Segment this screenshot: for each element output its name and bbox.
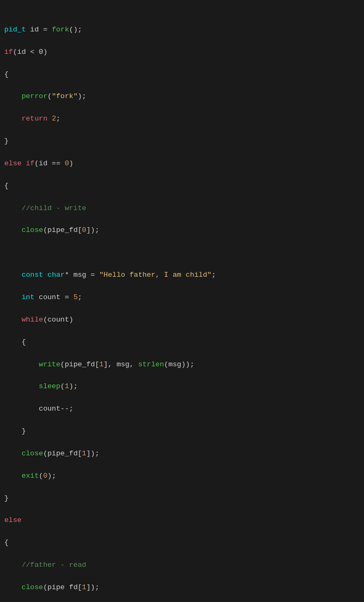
code-line: pid_t id = fork(); [0, 25, 364, 36]
code-line: //father - read [0, 560, 364, 571]
code-line: exit(0); [0, 471, 364, 482]
code-line: close(pipe_fd[1]); [0, 448, 364, 460]
code-line: close(pipe fd[1]); [0, 582, 364, 593]
code-line: return 2; [0, 114, 364, 125]
code-line: { [0, 337, 364, 348]
code-line: else [0, 515, 364, 526]
code-line: { [0, 69, 364, 81]
code-line: } [0, 136, 364, 147]
code-editor: pid_t id = fork(); if(id < 0) { perror("… [0, 0, 364, 602]
code-line: else if(id == 0) [0, 158, 364, 170]
code-line: if(id < 0) [0, 47, 364, 58]
code-line [0, 247, 364, 259]
code-line: close(pipe_fd[0]); [0, 225, 364, 236]
code-line: } [0, 493, 364, 504]
code-line: //child - write [0, 203, 364, 214]
code-line: perror("fork"); [0, 91, 364, 102]
code-line: sleep(1); [0, 381, 364, 392]
code-line: const char* msg = "Hello father, I am ch… [0, 270, 364, 281]
code-line: { [0, 181, 364, 192]
code-line: } [0, 426, 364, 437]
code-line: write(pipe_fd[1], msg, strlen(msg)); [0, 359, 364, 371]
code-line: int count = 5; [0, 292, 364, 303]
code-line: { [0, 537, 364, 549]
code-line: while(count) [0, 315, 364, 326]
code-line: count--; [0, 404, 364, 415]
